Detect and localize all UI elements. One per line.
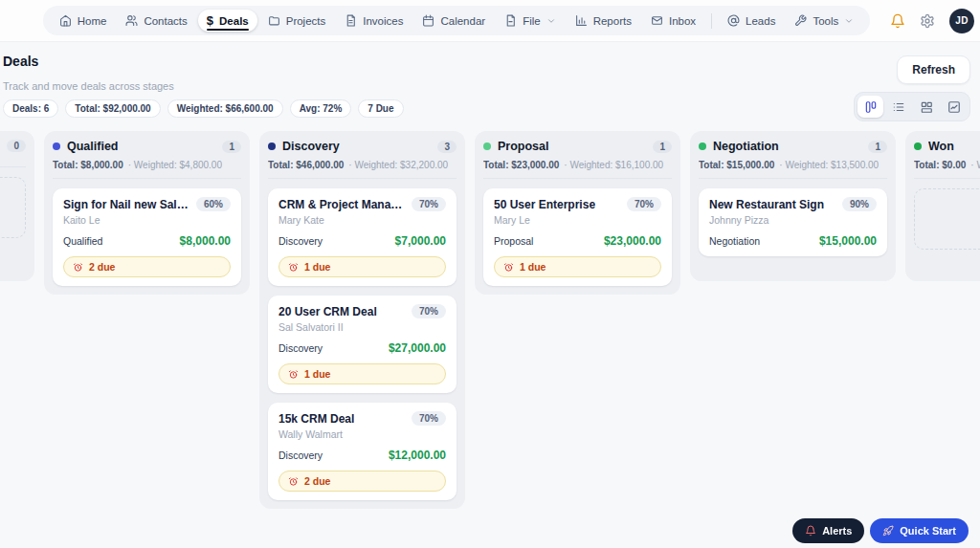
nav-item-deals[interactable]: $Deals	[198, 10, 257, 32]
chevron-down-icon	[844, 16, 854, 26]
kanban-column-negotiation: Negotiation1Total: $15,000.00· Weighted:…	[690, 131, 896, 281]
nav-item-inbox[interactable]: Inbox	[642, 10, 704, 32]
empty-drop-zone[interactable]	[914, 188, 980, 250]
nav-item-invoices[interactable]: Invoices	[336, 10, 412, 32]
stage-dot	[268, 142, 276, 150]
probability-badge: 70%	[412, 411, 446, 426]
column-totals: Total: $8,000.00· Weighted: $4,800.00	[53, 160, 241, 179]
floating-buttons: Alerts Quick Start	[792, 518, 969, 543]
deals-page: Deals Track and move deals across stages…	[0, 42, 980, 509]
deal-card[interactable]: Sign for Nail new Salon60%Kaito LeQualif…	[53, 188, 241, 286]
deal-stage-amount-row: Discovery$12,000.00	[278, 449, 446, 462]
nav-item-home[interactable]: Home	[51, 10, 116, 32]
deal-title: 15k CRM Deal	[278, 412, 354, 426]
deal-card[interactable]: 20 User CRM Deal70%Sal Salvatori IIDisco…	[268, 296, 457, 393]
reports-icon	[575, 14, 588, 27]
deal-card[interactable]: CRM & Project Managem...70%Mary KateDisc…	[268, 188, 457, 286]
deal-card[interactable]: New Restaurant Sign90%Johnny PizzaNegoti…	[699, 188, 887, 256]
deal-contact: Wally Walmart	[278, 428, 446, 440]
nav-item-label: Calendar	[440, 15, 485, 27]
folder-icon	[268, 14, 280, 27]
stage-dot	[483, 142, 491, 150]
view-kanban-button[interactable]	[858, 96, 883, 118]
file-icon	[504, 14, 517, 27]
quick-start-button[interactable]: Quick Start	[870, 518, 969, 543]
users-icon	[125, 14, 138, 27]
nav-item-calendar[interactable]: Calendar	[413, 10, 494, 32]
nav-item-contacts[interactable]: Contacts	[117, 10, 195, 32]
nav-item-projects[interactable]: Projects	[259, 10, 335, 32]
column-count-badge: 0	[7, 140, 26, 152]
refresh-button[interactable]: Refresh	[897, 55, 970, 84]
nav-item-label: Leads	[746, 15, 775, 27]
nav-item-label: Reports	[593, 15, 632, 27]
column-name: Qualified	[67, 140, 222, 153]
deal-stats-row: Deals: 6Total: $92,000.00Weighted: $66,6…	[3, 99, 970, 118]
kanban-view-icon	[864, 100, 878, 114]
view-toggle-group	[854, 92, 970, 121]
deal-card[interactable]: 50 User Enterprise70%Mary LeProposal$23,…	[483, 188, 672, 286]
nav-item-label: Contacts	[144, 15, 187, 27]
probability-badge: 60%	[196, 197, 231, 211]
home-icon	[59, 14, 72, 27]
deal-title: 20 User CRM Deal	[278, 305, 377, 318]
due-tasks-badge: 1 due	[278, 256, 446, 277]
kanban-column-won: WonTotal: $0.00· Weighted: $0.00	[905, 131, 980, 281]
stat-badge: Avg: 72%	[290, 99, 352, 118]
main-nav: HomeContacts$DealsProjectsInvoicesCalend…	[43, 6, 871, 35]
deal-contact: Mary Le	[494, 214, 661, 226]
settings-gear-icon[interactable]	[920, 13, 935, 29]
column-totals: Total: $15,000.00· Weighted: $13,500.00	[699, 160, 887, 179]
deal-stage: Discovery	[278, 235, 323, 247]
nav-divider	[711, 13, 712, 29]
view-chart-button[interactable]	[941, 96, 967, 118]
header-controls: Refresh	[854, 55, 970, 121]
probability-badge: 90%	[842, 197, 877, 211]
alarm-clock-icon	[288, 262, 299, 273]
alarm-clock-icon	[73, 262, 83, 273]
alarm-clock-icon	[288, 369, 299, 380]
deal-card[interactable]: 15k CRM Deal70%Wally WalmartDiscovery$12…	[268, 403, 457, 500]
deal-card-header: New Restaurant Sign90%	[709, 197, 877, 211]
kanban-column-partial: 0	[0, 131, 34, 281]
column-header: 0	[0, 140, 26, 152]
nav-item-tools[interactable]: Tools	[786, 10, 862, 32]
invoice-icon	[345, 14, 357, 27]
deal-stage: Qualified	[63, 235, 102, 247]
deal-title: 50 User Enterprise	[494, 198, 595, 211]
probability-badge: 70%	[412, 197, 446, 211]
user-avatar[interactable]: JD	[949, 9, 974, 33]
calendar-icon	[422, 14, 434, 27]
kanban-board: 0Qualified1Total: $8,000.00· Weighted: $…	[0, 131, 970, 509]
nav-item-label: Projects	[286, 15, 326, 27]
deal-title: Sign for Nail new Salon	[63, 198, 190, 211]
column-header: Negotiation1	[699, 140, 887, 153]
column-name: Won	[928, 140, 980, 153]
deal-amount: $7,000.00	[395, 234, 446, 248]
stat-badge: Deals: 6	[3, 99, 58, 118]
nav-item-reports[interactable]: Reports	[567, 10, 640, 32]
stage-dot	[53, 142, 60, 150]
nav-item-leads[interactable]: Leads	[719, 10, 784, 32]
cards-view-icon	[920, 100, 933, 114]
deal-stage-amount-row: Discovery$27,000.00	[278, 341, 446, 355]
deal-stage-amount-row: Qualified$8,000.00	[63, 234, 231, 248]
deal-stage-amount-row: Proposal$23,000.00	[494, 234, 661, 248]
notifications-bell-icon[interactable]	[890, 13, 905, 29]
due-tasks-badge: 1 due	[494, 256, 661, 277]
deal-amount: $23,000.00	[604, 234, 661, 248]
stage-dot	[914, 142, 922, 150]
view-cards-button[interactable]	[913, 96, 939, 118]
nav-item-file[interactable]: File	[496, 10, 565, 32]
alarm-clock-icon	[503, 262, 514, 273]
stat-badge: Total: $92,000.00	[65, 99, 160, 118]
deal-card-header: Sign for Nail new Salon60%	[63, 197, 231, 211]
view-list-button[interactable]	[885, 96, 911, 118]
alerts-button[interactable]: Alerts	[792, 518, 864, 543]
at-icon	[727, 14, 740, 27]
probability-badge: 70%	[627, 197, 661, 211]
nav-item-label: File	[523, 15, 541, 27]
empty-drop-zone[interactable]	[0, 177, 26, 238]
deal-contact: Mary Kate	[278, 214, 446, 226]
due-tasks-badge: 2 due	[63, 256, 231, 277]
